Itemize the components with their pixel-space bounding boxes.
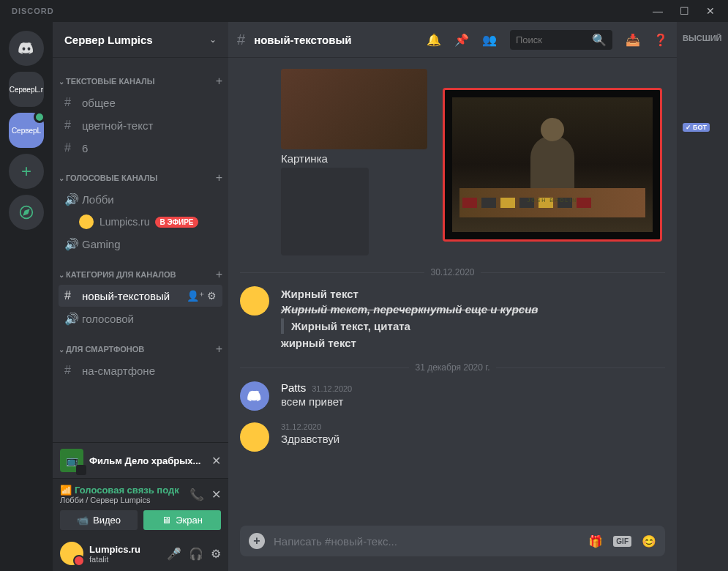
avatar [79,214,94,229]
members-sidebar: ВЫСШИЙ - 1 ✓ БОТ [677,22,728,571]
channel-header: # новый-текстовый 🔔 📌 👥 🔍 📥 ❓ [228,22,677,57]
category-voice[interactable]: ГОЛОСОВЫЕ КАНАЛЫ+ [53,160,228,187]
channel-colored[interactable]: #цветной-текст [59,114,222,136]
date-divider: 30.12.2020 [240,267,665,277]
home-button[interactable] [9,31,44,66]
app-logo: DISCORD [12,7,54,15]
close-button[interactable]: ✕ [700,4,721,18]
category-text[interactable]: ТЕКСТОВЫЕ КАНАЛЫ+ [53,63,228,91]
voice-connected-label: 📶 Голосовая связь подк [60,485,179,496]
channel-actions[interactable]: 👤⁺ ⚙ [187,290,217,302]
speaker-icon: 🔊 [64,193,78,206]
speaker-icon: 🔊 [64,312,78,326]
add-server-button[interactable]: + [9,154,44,189]
channel-gaming[interactable]: 🔊Gaming [59,233,222,255]
message-time: 31.12.2020 [312,384,352,393]
video-button[interactable]: 📹 Видео [60,510,138,530]
svg-marker-1 [24,210,29,215]
user-name: Lumpics.ru [89,544,161,555]
voice-user[interactable]: Lumpics.ruВ ЭФИРЕ [53,212,228,232]
screen-button[interactable]: 🖥 Экран [143,510,221,530]
role-heading: ВЫСШИЙ - 1 [683,34,722,42]
message-time: 31.12.2020 [281,422,321,431]
server-item-1[interactable]: СерверL.r [9,72,44,107]
category-phone[interactable]: ДЛЯ СМАРТФОНОВ+ [53,331,228,359]
message-text: Здравствуй [281,431,665,447]
message-item: 31.12.2020 Здравствуй [240,422,665,452]
gif-button[interactable]: GIF [613,536,631,547]
members-icon[interactable]: 👥 [482,33,497,47]
channel-title: новый-текстовый [254,34,418,46]
settings-icon[interactable]: ⚙ [211,547,221,561]
message-input[interactable]: Написать #новый-текс... [274,535,579,548]
hash-icon: # [64,96,78,109]
hash-icon: # [64,141,78,154]
message-text: всем привет [281,394,665,409]
now-playing-panel[interactable]: 📺 Фильм Дело храбрых... ✕ [53,442,228,478]
attach-button[interactable]: + [249,533,265,549]
channel-smartphone[interactable]: #на-смартфоне [59,359,222,381]
help-icon[interactable]: ❓ [653,33,668,47]
add-channel-icon[interactable]: + [216,171,222,184]
add-channel-icon[interactable]: + [216,268,222,281]
mic-icon[interactable]: 🎤 [167,547,181,561]
channel-general[interactable]: #общее [59,92,222,113]
pip-video: JOSH BROLIN [452,97,653,232]
search-box[interactable]: 🔍 [510,30,612,50]
titlebar: DISCORD — ☐ ✕ [0,0,728,22]
channel-sidebar: Сервер Lumpics ⌄ ТЕКСТОВЫЕ КАНАЛЫ+ #обще… [53,22,228,571]
voice-location: Лобби / Сервер Lumpics [60,496,179,504]
message-author[interactable]: Patts [281,381,306,394]
avatar[interactable] [240,381,269,411]
server-rail: СерверL.r СерверL + [0,22,53,571]
bot-badge: ✓ БОТ [683,123,710,132]
minimize-button[interactable]: — [648,4,668,18]
server-name: Сервер Lumpics [64,34,153,46]
add-channel-icon[interactable]: + [216,75,222,88]
online-indicator [34,111,45,123]
add-channel-icon[interactable]: + [216,343,222,356]
category-cat[interactable]: КАТЕГОРИЯ ДЛЯ КАНАЛОВ+ [53,256,228,284]
date-divider: 31 декабря 2020 г. [240,362,665,373]
picture-in-picture[interactable]: JOSH BROLIN [443,88,662,242]
live-badge: В ЭФИРЕ [155,217,198,228]
user-panel: Lumpics.ru fatalit 🎤 🎧 ⚙ [53,536,228,571]
image-attachment[interactable] [281,69,427,149]
message-input-box[interactable]: + Написать #новый-текс... 🎁 GIF 😊 [240,526,665,556]
server-item-2[interactable]: СерверL [9,113,44,148]
avatar[interactable] [240,286,269,316]
maximize-button[interactable]: ☐ [674,4,694,18]
media-icon: 📺 [60,449,83,472]
headphones-icon[interactable]: 🎧 [189,547,203,561]
voice-status-panel: 📶 Голосовая связь подк Лобби / Сервер Lu… [53,478,228,536]
close-icon[interactable]: ✕ [211,454,221,468]
emoji-icon[interactable]: 😊 [642,534,656,548]
channel-six[interactable]: #6 [59,137,222,159]
user-status: fatalit [89,555,161,564]
inbox-icon[interactable]: 📥 [626,33,640,47]
explore-button[interactable] [9,195,44,230]
hash-icon: # [64,364,78,377]
disconnect-icon[interactable]: ✕ [211,488,221,501]
search-input[interactable] [516,34,588,45]
pin-icon[interactable]: 📌 [454,33,469,47]
hash-icon: # [64,289,78,302]
message-item: Жирный текст Жирный текст, перечеркнутый… [240,286,665,351]
avatar[interactable] [240,422,269,452]
user-avatar[interactable] [60,542,83,565]
speaker-icon: 🔊 [64,237,78,251]
now-playing-title: Фильм Дело храбрых... [89,455,206,466]
server-header[interactable]: Сервер Lumpics ⌄ [53,22,228,57]
chevron-down-icon: ⌄ [209,34,217,45]
gift-icon[interactable]: 🎁 [588,534,603,548]
channel-newtext[interactable]: #новый-текстовый👤⁺ ⚙ [59,285,222,307]
message-item: Patts31.12.2020 всем привет [240,381,665,411]
channel-lobby[interactable]: 🔊Лобби [59,188,222,211]
message-input-area: + Написать #новый-текс... 🎁 GIF 😊 [228,526,677,571]
search-icon: 🔍 [592,33,607,47]
noise-icon[interactable]: 📞 [189,488,204,501]
bell-icon[interactable]: 🔔 [427,33,441,47]
image-placeholder[interactable] [281,168,369,255]
channel-voice[interactable]: 🔊голосовой [59,307,222,330]
hash-icon: # [237,31,245,48]
